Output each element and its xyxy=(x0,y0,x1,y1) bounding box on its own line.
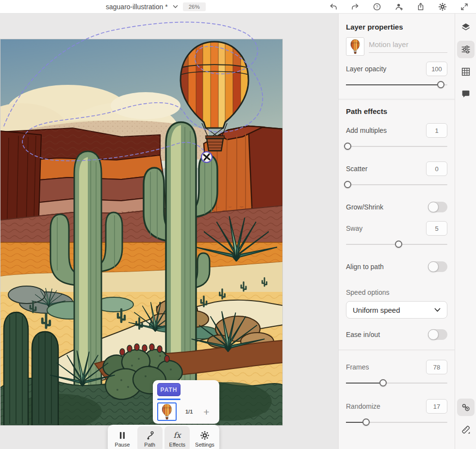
add-multiples-slider[interactable] xyxy=(346,142,447,151)
frames-label: Frames xyxy=(346,363,369,371)
precision-tools-button[interactable] xyxy=(457,421,475,438)
layer-name-field[interactable]: Motion layer xyxy=(369,40,447,53)
layers-icon xyxy=(460,22,471,32)
chevron-down-icon xyxy=(434,308,441,312)
pause-button[interactable]: Pause xyxy=(110,426,135,449)
grid-icon xyxy=(460,66,471,77)
fullscreen-button[interactable] xyxy=(453,0,475,14)
app-settings-button[interactable] xyxy=(431,0,453,14)
opacity-slider[interactable] xyxy=(346,80,447,89)
motion-path-panel: PATH 1/1 + xyxy=(153,380,219,424)
gear-icon xyxy=(200,431,210,440)
randomize-slider[interactable] xyxy=(346,418,447,427)
layer-name: Motion layer xyxy=(369,40,409,48)
grow-shrink-toggle[interactable] xyxy=(428,202,447,212)
chevron-down-icon[interactable] xyxy=(173,5,178,9)
randomize-value[interactable]: 17 xyxy=(426,399,447,414)
motion-paths-icon xyxy=(460,402,471,413)
add-multiples-value[interactable]: 1 xyxy=(426,123,447,138)
opacity-value[interactable]: 100 xyxy=(426,62,447,76)
layer-properties-panel: Layer properties Motion layer Layer opac… xyxy=(338,14,455,449)
motion-mode-button[interactable] xyxy=(457,399,475,416)
motion-toolbar: Pause Path fx Effects xyxy=(108,425,219,449)
keyframe-count: 1/1 xyxy=(185,409,193,415)
add-person-icon xyxy=(394,2,403,11)
layer-thumbnail[interactable] xyxy=(346,37,364,56)
ease-toggle[interactable] xyxy=(428,329,447,340)
comments-panel-button[interactable] xyxy=(457,85,475,103)
canvas-artwork[interactable] xyxy=(0,39,283,429)
sway-value[interactable]: 5 xyxy=(426,221,447,236)
frames-slider[interactable] xyxy=(346,379,447,387)
undo-icon xyxy=(329,2,338,11)
expand-icon xyxy=(460,2,469,11)
section-divider xyxy=(339,350,455,350)
properties-panel-button[interactable] xyxy=(457,41,475,58)
share-button[interactable] xyxy=(410,0,431,14)
section-divider xyxy=(339,99,455,99)
balloon-thumbnail-image xyxy=(160,403,174,420)
canvas-workspace[interactable]: PATH 1/1 + Pause Pat xyxy=(0,14,338,449)
effects-button[interactable]: fx Effects xyxy=(164,426,190,449)
path-button[interactable]: Path xyxy=(137,426,163,449)
balloon-thumbnail-image xyxy=(349,39,361,54)
panel-title: Layer properties xyxy=(346,23,447,31)
opacity-label: Layer opacity xyxy=(346,65,386,73)
topbar: saguaro-illustration * 26% ? xyxy=(0,0,476,14)
sliders-icon xyxy=(460,44,471,55)
ease-label: Ease in/out xyxy=(346,331,380,338)
frames-value[interactable]: 78 xyxy=(426,360,447,374)
scatter-label: Scatter xyxy=(346,165,367,173)
scatter-value[interactable]: 0 xyxy=(426,161,447,176)
share-icon xyxy=(416,2,425,11)
ruler-icon xyxy=(460,424,471,435)
comment-icon xyxy=(460,89,471,99)
scatter-slider[interactable] xyxy=(346,180,447,189)
speed-selected-value: Uniform speed xyxy=(353,306,400,314)
settings-button[interactable]: Settings xyxy=(192,426,217,449)
layers-panel-button[interactable] xyxy=(457,18,475,36)
help-button[interactable]: ? xyxy=(366,0,388,14)
library-panel-button[interactable] xyxy=(457,63,475,80)
grow-shrink-label: Grow/Shrink xyxy=(346,203,383,211)
path-effects-title: Path effects xyxy=(346,107,447,115)
path-end-marker[interactable] xyxy=(201,152,212,162)
sway-label: Sway xyxy=(346,224,362,232)
document-title[interactable]: saguaro-illustration * xyxy=(106,3,168,11)
redo-button[interactable] xyxy=(344,0,366,14)
align-to-path-toggle[interactable] xyxy=(428,261,447,272)
help-icon: ? xyxy=(373,2,381,11)
document-title-group: saguaro-illustration * 26% xyxy=(106,0,206,14)
gear-icon xyxy=(438,2,447,11)
path-keyframe-thumbnail[interactable] xyxy=(157,402,177,421)
randomize-label: Randomize xyxy=(346,402,380,410)
zoom-level-badge[interactable]: 26% xyxy=(183,2,206,11)
sway-slider[interactable] xyxy=(346,240,447,249)
panel-icon-rail xyxy=(455,14,476,449)
invite-user-button[interactable] xyxy=(388,0,410,14)
svg-text:?: ? xyxy=(376,4,378,9)
path-chip[interactable]: PATH xyxy=(157,383,181,396)
path-chip-underline xyxy=(157,399,181,400)
redo-icon xyxy=(351,2,360,11)
speed-dropdown[interactable]: Uniform speed xyxy=(346,301,447,319)
effects-icon: fx xyxy=(172,431,182,440)
align-to-path-label: Align to path xyxy=(346,263,384,271)
topbar-actions: ? xyxy=(322,0,475,14)
svg-text:fx: fx xyxy=(174,431,182,440)
pause-icon xyxy=(117,431,127,440)
undo-button[interactable] xyxy=(322,0,344,14)
add-keyframe-button[interactable]: + xyxy=(203,407,209,417)
path-tool-icon xyxy=(145,431,155,440)
speed-options-label: Speed options xyxy=(346,289,390,296)
add-multiples-label: Add multiples xyxy=(346,127,387,134)
